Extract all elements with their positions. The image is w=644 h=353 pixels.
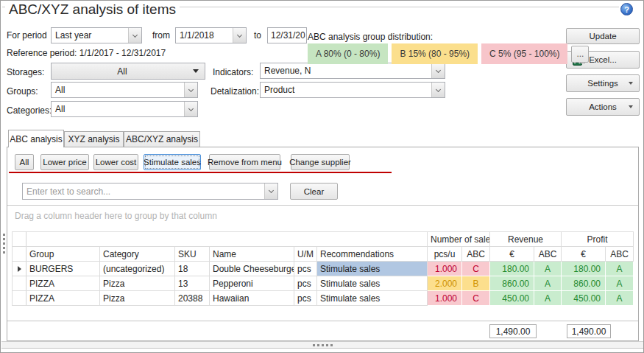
chevron-down-icon[interactable] [264, 184, 277, 199]
indicators-select[interactable]: Revenue, N [260, 63, 445, 79]
period-value: Last year [52, 30, 128, 41]
vertical-splitter-handle[interactable] [3, 234, 5, 254]
cell-profit[interactable]: 860.00 [562, 276, 606, 291]
cell-sales[interactable]: 2.000 [428, 276, 462, 291]
cell-name[interactable]: Hawaiian [210, 291, 294, 306]
search-box[interactable] [22, 183, 278, 200]
search-input[interactable] [23, 186, 264, 197]
cell-recommendation[interactable]: Stimulate sales [317, 291, 428, 306]
group-by-panel[interactable]: Drag a column header here to group by th… [15, 211, 217, 221]
abc-group-b-badge: B 15% (80 - 95%) [392, 43, 478, 64]
col-header-group[interactable]: Group [26, 247, 100, 262]
cell-profit-abc[interactable]: A [606, 262, 634, 276]
date-from-field[interactable]: 1/1/2018 [175, 27, 247, 43]
table-row[interactable]: PIZZA Pizza 20388 Hawaiian pcs Stimulate… [13, 291, 634, 306]
col-header-profit-eur[interactable]: € [562, 247, 606, 262]
help-icon[interactable] [620, 3, 633, 15]
dropdown-arrow-icon [193, 69, 199, 73]
cell-profit-abc[interactable]: A [606, 291, 634, 306]
cell-profit[interactable]: 450.00 [562, 291, 606, 306]
cell-group[interactable]: BURGERS [26, 262, 100, 276]
table-row[interactable]: PIZZA Pizza 13 Pepperoni pcs Stimulate s… [13, 276, 634, 291]
cell-group[interactable]: PIZZA [26, 291, 100, 306]
filter-change-supplier-button[interactable]: Change supplier [291, 154, 350, 170]
col-header-um[interactable]: U/M [294, 247, 317, 262]
cell-profit-abc[interactable]: A [606, 276, 634, 291]
filter-all-button[interactable]: All [15, 154, 34, 170]
cell-group[interactable]: PIZZA [26, 276, 100, 291]
cell-recommendation-selected[interactable]: Stimulate sales [317, 262, 428, 276]
filter-remove-from-menu-button[interactable]: Remove from menu [209, 154, 280, 170]
distribution-badges: A 80% (0 - 80%) B 15% (80 - 95%) C 5% (9… [308, 43, 589, 64]
cell-sales-abc[interactable]: B [462, 276, 490, 291]
cell-sales-abc[interactable]: C [462, 291, 490, 306]
categories-select[interactable]: All [51, 101, 198, 117]
tab-label: XYZ analysis [68, 134, 119, 144]
band-revenue[interactable]: Revenue [490, 232, 562, 247]
cell-um[interactable]: pcs [294, 262, 317, 276]
actions-button[interactable]: Actions [566, 98, 640, 116]
cell-recommendation[interactable]: Stimulate sales [317, 276, 428, 291]
col-header-revenue-eur[interactable]: € [490, 247, 534, 262]
chevron-down-icon[interactable] [184, 83, 197, 97]
cell-sales[interactable]: 1.000 [428, 291, 462, 306]
cell-revenue-abc[interactable]: A [534, 291, 562, 306]
cell-name[interactable]: Double Cheeseburger [210, 262, 294, 276]
cell-sku[interactable]: 13 [175, 276, 210, 291]
abc-group-c-badge: C 5% (95 - 100%) [481, 43, 567, 64]
col-header-category[interactable]: Category [100, 247, 175, 262]
cell-um[interactable]: pcs [294, 276, 317, 291]
groups-select[interactable]: All [51, 82, 198, 98]
cell-sku[interactable]: 20388 [175, 291, 210, 306]
cell-revenue[interactable]: 450.00 [490, 291, 534, 306]
band-profit[interactable]: Profit [562, 232, 634, 247]
clear-button[interactable]: Clear [290, 183, 338, 200]
col-header-revenue-abc[interactable]: ABC [534, 247, 562, 262]
table-row[interactable]: BURGERS (uncategorized) 18 Double Cheese… [13, 262, 634, 276]
chevron-down-icon[interactable] [184, 102, 197, 116]
col-header-recommendations[interactable]: Recommendations [317, 247, 428, 262]
detalization-label: Detalization: [210, 86, 259, 97]
cell-sales-abc[interactable]: C [462, 262, 490, 276]
cell-sales[interactable]: 1.000 [428, 262, 462, 276]
detalization-select[interactable]: Product [260, 82, 445, 98]
cell-sku[interactable]: 18 [175, 262, 210, 276]
horizontal-splitter-handle[interactable] [1, 341, 644, 349]
cell-category[interactable]: Pizza [100, 291, 175, 306]
chevron-down-icon[interactable] [431, 83, 445, 97]
cell-revenue-abc[interactable]: A [534, 276, 562, 291]
cell-revenue[interactable]: 860.00 [490, 276, 534, 291]
col-header-profit-abc[interactable]: ABC [606, 247, 634, 262]
update-button[interactable]: Update [566, 28, 640, 44]
col-header-pcs[interactable]: pcs/u [428, 247, 462, 262]
storages-select[interactable]: All [51, 63, 205, 80]
chevron-down-icon[interactable] [431, 63, 445, 78]
cell-um[interactable]: pcs [294, 291, 317, 306]
filter-lower-cost-button[interactable]: Lower cost [93, 154, 138, 170]
date-from-value: 1/1/2018 [176, 30, 233, 41]
chevron-down-icon[interactable] [233, 28, 246, 43]
filter-lower-price-button[interactable]: Lower price [40, 154, 89, 170]
settings-button[interactable]: Settings [566, 74, 640, 92]
cell-name[interactable]: Pepperoni [210, 276, 294, 291]
indicators-label: Indicators: [213, 67, 253, 77]
tab-abc-analysis[interactable]: ABC analysis [8, 130, 64, 147]
row-indicator-header [13, 232, 26, 247]
cell-profit[interactable]: 180.00 [562, 262, 606, 276]
tab-xyz-analysis[interactable]: XYZ analysis [64, 131, 124, 147]
period-select[interactable]: Last year [51, 27, 142, 43]
filter-stimulate-sales-button[interactable]: Stimulate sales [144, 154, 201, 170]
detalization-value: Product [261, 85, 431, 95]
cell-revenue-abc[interactable]: A [534, 262, 562, 276]
tab-abc-xyz-analysis[interactable]: ABC/XYZ analysis [124, 131, 200, 147]
col-header-sales-abc[interactable]: ABC [462, 247, 490, 262]
cell-revenue[interactable]: 180.00 [490, 262, 534, 276]
col-header-sku[interactable]: SKU [175, 247, 210, 262]
chevron-down-icon[interactable] [128, 28, 141, 43]
cell-category[interactable]: (uncategorized) [100, 262, 175, 276]
date-to-field[interactable]: 12/31/20 [267, 27, 307, 43]
col-header-name[interactable]: Name [210, 247, 294, 262]
cell-category[interactable]: Pizza [100, 276, 175, 291]
band-number-of-sales[interactable]: Number of sales [428, 232, 490, 247]
distribution-more-button[interactable]: ... [571, 46, 589, 63]
